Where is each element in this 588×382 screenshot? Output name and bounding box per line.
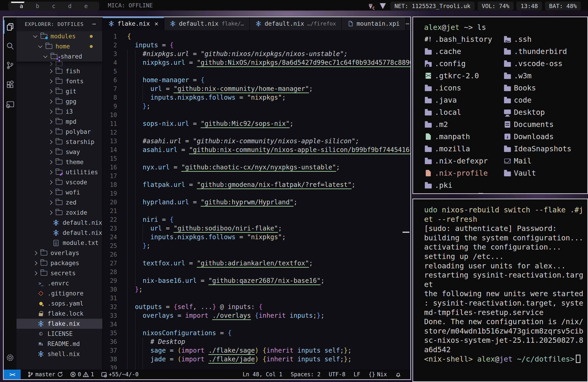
tree-item-secrets[interactable]: secrets: [17, 268, 102, 278]
terminal-cursor: [576, 355, 580, 363]
blank: [503, 181, 512, 189]
explorer-more-actions[interactable]: ⋯: [92, 21, 96, 27]
tree-item-theme[interactable]: theme: [17, 157, 102, 167]
search-icon[interactable]: [4, 37, 17, 56]
chevron-right-icon: [33, 271, 37, 275]
tab-mountain.xpi[interactable]: mountain.xpi: [342, 17, 406, 30]
terminal-output-line: activating the configuration...: [424, 242, 587, 252]
remote-explorer-icon[interactable]: [4, 94, 17, 114]
tray-shield-icon[interactable]: [378, 1, 387, 11]
tree-item-flake.nix[interactable]: flake.nix: [17, 319, 102, 329]
indentation-setting[interactable]: Spaces: 2: [291, 371, 321, 378]
remote-indicator[interactable]: ><: [4, 370, 21, 379]
notifications-bell[interactable]: [395, 371, 401, 377]
tree-item-label: .envrc: [47, 280, 69, 287]
line-number: 31: [103, 294, 117, 303]
line-number: 28: [103, 268, 117, 276]
tree-item-zed[interactable]: zed: [17, 197, 102, 208]
language-mode[interactable]: {}Nix: [369, 371, 387, 378]
tree-item-i3[interactable]: i3: [17, 106, 102, 117]
chevron-right-icon: [33, 261, 37, 265]
tree-item-fonts[interactable]: fonts: [17, 76, 102, 86]
tree-item-LICENSE[interactable]: ©LICENSE: [17, 329, 102, 339]
tree-item-label: fish: [66, 68, 80, 75]
tree-item-utilities[interactable]: utilities: [17, 167, 102, 177]
tree-item-gpg[interactable]: gpg: [17, 96, 102, 106]
code-editor[interactable]: 1{2inputs = {3#nixpkgs.url = "github:nix…: [103, 30, 410, 370]
indent-guide: [135, 329, 135, 338]
indent-guide: [127, 128, 128, 137]
settings-gear-icon[interactable]: [4, 348, 17, 367]
tray-keyboard-icon[interactable]: ΨC: [366, 1, 375, 11]
terminal-window-top[interactable]: alex@jet ~> ls #!.bash_history.ssh.cache…: [412, 17, 588, 194]
code-line-30: 30};: [103, 285, 410, 294]
tree-item-vscode[interactable]: vscode: [17, 177, 102, 187]
code-line-15: 15: [103, 154, 410, 163]
tree-item-polybar[interactable]: polybar: [17, 127, 102, 137]
workspace-a[interactable]: a: [17, 3, 26, 9]
tree-item-.gitignore[interactable]: .gitignore: [17, 288, 102, 298]
tree-item-overlays[interactable]: overlays: [17, 248, 102, 258]
lock-icon: [37, 310, 45, 317]
indent-guide: [135, 137, 135, 146]
tree-item-wofi[interactable]: wofi: [17, 187, 102, 197]
close-icon[interactable]: ×: [154, 20, 158, 27]
indent-guide: [135, 241, 135, 250]
line-number: 11: [103, 119, 117, 128]
file-name: Downloads: [514, 132, 587, 141]
tab-default.nix[interactable]: default.nix…/firefox: [250, 17, 342, 30]
volume-status[interactable]: VOL: 74%: [478, 2, 513, 10]
folder-icon: [55, 199, 63, 206]
git-changes-status[interactable]: +55/~4/-0: [101, 371, 139, 378]
workspace-d[interactable]: d: [65, 3, 74, 9]
encoding-setting[interactable]: UTF-8: [329, 371, 345, 378]
vscode-window: EXPLORER: DOTFILES ⋯ moduleshomesharedfi…: [3, 17, 411, 380]
tree-item-label: sway: [66, 149, 80, 155]
tree-item-packages[interactable]: packages: [17, 258, 102, 268]
workspace-c[interactable]: c: [49, 3, 58, 9]
extensions-icon[interactable]: [4, 75, 17, 94]
indent-guide: [127, 268, 128, 276]
tree-item-home[interactable]: home: [17, 41, 102, 51]
tree-item-shared[interactable]: shared: [17, 51, 102, 62]
tree-item-starship[interactable]: starship: [17, 137, 102, 147]
nix-icon: [52, 229, 60, 236]
tree-item-default.nix[interactable]: default.nix: [17, 228, 102, 238]
eol-setting[interactable]: LF: [354, 371, 360, 378]
scrollbar-marker[interactable]: [402, 232, 409, 233]
network-status[interactable]: NET: 1125523_Trooli.uk: [390, 2, 475, 10]
workspace-e[interactable]: e: [82, 3, 91, 9]
source-control-icon[interactable]: [4, 56, 17, 75]
nix-snowflake-icon: [108, 21, 114, 27]
tree-item-.sops.yaml[interactable]: .sops.yaml: [17, 298, 102, 309]
tree-item-shell.nix[interactable]: shell.nix: [17, 349, 102, 359]
tree-item-sway[interactable]: sway: [17, 147, 102, 157]
file-name: .ssh: [514, 35, 587, 44]
terminal-window-bottom[interactable]: udo nixos-rebuild switch --flake .#jet -…: [412, 199, 588, 382]
tree-item-default.nix[interactable]: default.nix: [17, 218, 102, 228]
line-number: 33: [103, 311, 117, 320]
tree-item-git[interactable]: git: [17, 86, 102, 96]
indent-guide: [135, 311, 135, 320]
tree-item-fish[interactable]: fish: [17, 66, 102, 76]
tree-item-mpd[interactable]: mpd: [17, 117, 102, 127]
terminal-output-line: restarting sysinit-reactivation.targ: [424, 270, 587, 280]
git-branch-status[interactable]: master: [27, 371, 63, 378]
tree-item-flake.lock[interactable]: flake.lock: [17, 309, 102, 319]
tab-flake.nix[interactable]: flake.nix×: [103, 17, 164, 30]
tree-item-hidden[interactable]: [17, 62, 102, 66]
tree-item-module.txt[interactable]: module.txt: [17, 238, 102, 248]
line-number: 21: [103, 207, 117, 215]
problems-status[interactable]: 0 1: [70, 371, 94, 378]
tree-item-modules[interactable]: modules: [17, 31, 102, 41]
workspace-b[interactable]: b: [33, 3, 42, 9]
tree-item-README.md[interactable]: M↓README.md: [17, 339, 102, 349]
line-number: 20: [103, 198, 117, 207]
explorer-icon[interactable]: [4, 17, 17, 37]
cursor-position[interactable]: Ln 48, Col 1: [243, 371, 282, 378]
tree-item-zoxide[interactable]: zoxide: [17, 208, 102, 218]
tree-item-label: vscode: [66, 179, 87, 186]
chevron-right-icon: [48, 120, 52, 124]
tab-default.nix[interactable]: default.nixflake/…: [164, 17, 250, 30]
tree-item-.envrc[interactable]: >_.envrc: [17, 278, 102, 288]
